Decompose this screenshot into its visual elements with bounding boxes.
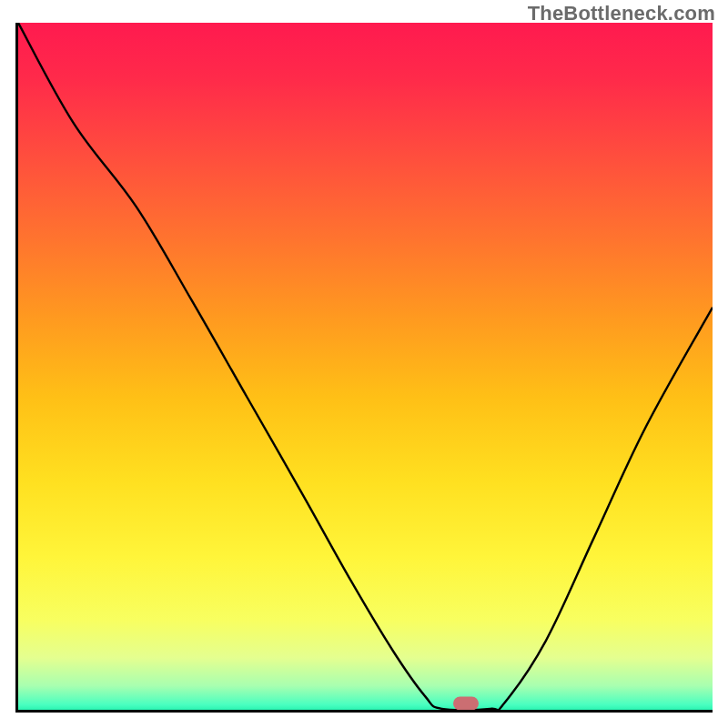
- optimal-point-marker: [453, 697, 479, 711]
- plot-area: [15, 23, 713, 713]
- bottleneck-curve: [18, 23, 713, 713]
- chart-container: TheBottleneck.com: [0, 0, 728, 728]
- watermark-text: TheBottleneck.com: [528, 2, 715, 25]
